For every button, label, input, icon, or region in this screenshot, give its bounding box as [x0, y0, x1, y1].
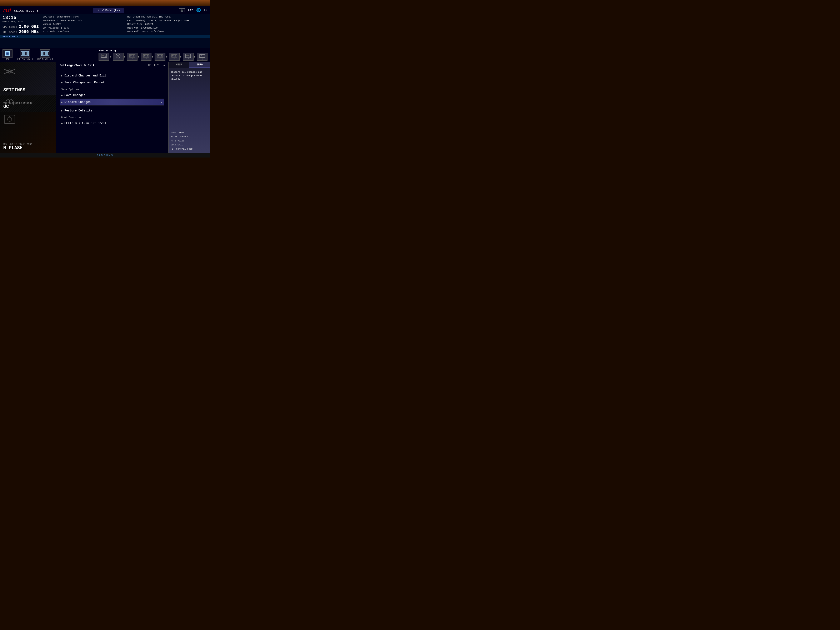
help-tabs: HELP INFO: [169, 62, 210, 68]
boot-priority-section: Boot Priority U ▶ U ▶ USB U: [98, 49, 207, 61]
boot-device-hdd[interactable]: U: [98, 53, 109, 61]
boot-device-usb4[interactable]: USB U: [169, 53, 180, 61]
breadcrumb: Settings\Save & Exit: [60, 64, 95, 67]
pipe-icon: |: [160, 64, 162, 67]
breadcrumb-bar: Settings\Save & Exit HOT KEY | ↩: [56, 62, 168, 69]
menu-item-save-reboot[interactable]: ▶ Save Changes and Reboot: [60, 79, 164, 86]
brand-label: SAMSUNG: [96, 154, 114, 157]
creator-genie-label: CREATOR GENIE: [2, 35, 18, 38]
boot-device-usb2[interactable]: USB U: [141, 53, 152, 61]
bios-name-label: CLICK BIOS 5: [14, 9, 39, 13]
svg-point-29: [189, 56, 190, 57]
key-move: ↑↓←→: Move: [171, 131, 208, 135]
help-panel: HELP INFO Discard all changes and restor…: [168, 62, 210, 153]
back-icon[interactable]: ↩: [164, 64, 165, 67]
mb-model: MB: B460M PRO-VDH WIFI (MS-7C83): [127, 15, 207, 19]
creator-genie-bar[interactable]: CREATOR GENIE: [0, 35, 210, 38]
ddr-speed-label: DDR Speed: [3, 31, 17, 34]
arrow-icon: ▶: [61, 94, 63, 97]
ez-mode-tab[interactable]: EZ Mode (F7): [93, 8, 125, 13]
ddr-speed-value: 2666 MHz: [19, 29, 39, 34]
svg-point-25: [116, 54, 120, 58]
menu-area: ▶ Discard Changes and Exit ▶ Save Change…: [56, 69, 168, 153]
ddr-voltage: DDR Voltage: 1.204V: [43, 26, 123, 30]
boot-device-usb3[interactable]: USB U: [155, 53, 166, 61]
key-help: F1: General Help: [171, 147, 208, 151]
boot-device-fdd[interactable]: U: [183, 53, 194, 61]
mb-stats: MB: B460M PRO-VDH WIFI (MS-7C83) CPU: In…: [127, 15, 207, 34]
cursor-indicator: ↖: [160, 100, 163, 104]
svg-rect-12: [23, 52, 24, 55]
menu-label-uefi-shell: UEFI: Built-in EFI Shell: [65, 122, 106, 125]
boot-arrow-1: ▶: [110, 55, 112, 58]
time-display: 18:15: [3, 15, 39, 21]
menu-item-restore-defaults[interactable]: ▶ Restore Defaults: [60, 107, 164, 114]
menu-item-uefi-shell[interactable]: ▶ UEFI: Built-in EFI Shell: [60, 120, 164, 127]
svg-point-41: [8, 117, 12, 122]
tab-help[interactable]: HELP: [169, 62, 189, 68]
svg-rect-18: [44, 52, 44, 55]
profile-cpu-icon: [3, 49, 13, 58]
profile-xmp2[interactable]: XMP Profile 2: [37, 49, 53, 60]
profile-cpu[interactable]: CPU: [3, 49, 13, 60]
key-exit: ESC: Exit: [171, 143, 208, 147]
arrow-icon: ▶: [61, 74, 63, 77]
arrow-icon: ▶: [61, 101, 63, 104]
header-top-row: msi CLICK BIOS 5 EZ Mode (F7) 📷 F12 🌐 En: [0, 6, 210, 14]
sidebar-item-settings[interactable]: SETTINGS: [0, 62, 56, 95]
menu-item-discard-changes[interactable]: ▶ Discard Changes ↖: [60, 99, 164, 106]
language-label[interactable]: En: [204, 9, 207, 12]
svg-rect-13: [24, 52, 25, 55]
cpu-stats: CPU Core Temperature: 39°C Motherboard T…: [43, 15, 123, 34]
boot-device-net[interactable]: U: [197, 53, 207, 61]
boot-devices-list: U ▶ U ▶ USB U ▶ USB U: [98, 53, 207, 61]
boot-arrow-5: ▶: [166, 55, 168, 58]
menu-label-save-changes: Save Changes: [65, 93, 85, 97]
menu-item-discard-exit[interactable]: ▶ Discard Changes and Exit: [60, 72, 164, 79]
arrow-icon: ▶: [61, 81, 63, 84]
bottom-bar: SAMSUNG: [0, 153, 210, 158]
profile-boot-row: CPU XMP Profile 1: [0, 48, 210, 62]
date-display: Wed 9 Feb, 2022: [3, 21, 39, 23]
menu-item-save-changes[interactable]: ▶ Save Changes: [60, 92, 164, 99]
mb-temp: Motherboard Temperature: 35°C: [43, 19, 123, 23]
tab-info[interactable]: INFO: [189, 62, 210, 68]
ez-mode-label: EZ Mode (F7): [100, 9, 120, 12]
boot-arrow-3: ▶: [138, 55, 140, 58]
sidebar-item-mflash[interactable]: Use USB to flash BIOS M-FLASH: [0, 112, 56, 153]
screenshot-key-label[interactable]: F12: [188, 9, 193, 12]
mflash-label: M-FLASH: [3, 145, 52, 151]
svg-rect-21: [47, 52, 48, 55]
settings-label: SETTINGS: [3, 87, 52, 93]
boot-device-usb1[interactable]: USB U: [127, 53, 137, 61]
mflash-sublabel: Use USB to flash BIOS: [3, 143, 52, 145]
oc-label: OC: [3, 104, 52, 109]
vcore: VCore: 0.900V: [43, 22, 123, 26]
svg-point-26: [117, 55, 119, 57]
profile-xmp1-icon: [20, 49, 30, 58]
menu-label-restore-defaults: Restore Defaults: [65, 109, 92, 112]
arrow-icon: ▶: [61, 109, 63, 112]
boot-priority-label: Boot Priority: [98, 49, 207, 52]
menu-label-save-reboot: Save Changes and Reboot: [65, 81, 104, 84]
sidebar-item-oc[interactable]: Overclocking settings OC: [0, 95, 56, 112]
profile-xmp1[interactable]: XMP Profile 1: [17, 49, 33, 60]
key-select: Enter: Select: [171, 135, 208, 139]
cpu-speed-label: CPU Speed: [3, 25, 17, 28]
svg-rect-19: [45, 52, 46, 55]
bios-header: msi CLICK BIOS 5 EZ Mode (F7) 📷 F12 🌐 En…: [0, 6, 210, 48]
center-content: Settings\Save & Exit HOT KEY | ↩ ▶ Disca…: [56, 62, 168, 153]
section-label-boot-override: Boot Override: [60, 114, 164, 120]
cpu-temp: CPU Core Temperature: 39°C: [43, 15, 123, 19]
svg-rect-24: [102, 55, 104, 55]
profile-xmp2-icon: [40, 49, 50, 58]
boot-arrow-2: ▶: [125, 55, 126, 58]
header-info-row: 18:15 Wed 9 Feb, 2022 CPU Speed 2.90 GHz…: [0, 14, 210, 35]
bios-screen: msi CLICK BIOS 5 EZ Mode (F7) 📷 F12 🌐 En…: [0, 6, 210, 158]
arrow-icon: ▶: [61, 122, 63, 125]
svg-rect-28: [186, 55, 189, 56]
menu-label-discard-exit: Discard Changes and Exit: [65, 74, 106, 77]
header-right-icons: 📷 F12 🌐 En: [179, 8, 207, 13]
profile-cpu-label: CPU: [6, 58, 9, 60]
boot-device-cd[interactable]: U: [113, 53, 123, 61]
